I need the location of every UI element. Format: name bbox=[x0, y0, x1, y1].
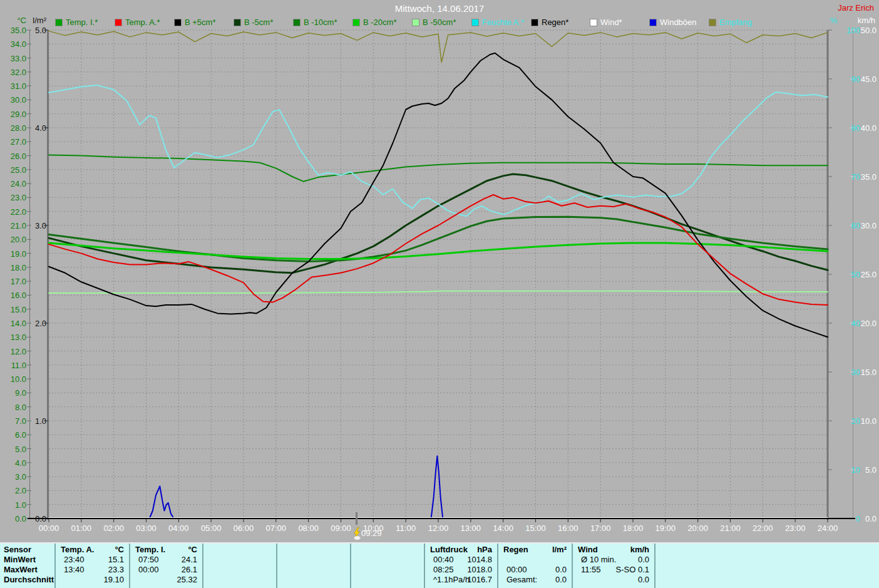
y-label-temp-6: 6.0 bbox=[1, 430, 26, 440]
y-label-temp-9: 9.0 bbox=[1, 388, 26, 398]
y-label-rain-4: 4.0 bbox=[28, 123, 46, 133]
table-separator bbox=[654, 544, 655, 588]
table-value-regen-2: 0.0 bbox=[503, 575, 567, 584]
table-value-temp_a-0: 15.1 bbox=[61, 555, 124, 564]
x-label-05:00: 05:00 bbox=[197, 524, 225, 533]
table-value-temp_i-1: 26.1 bbox=[135, 565, 197, 574]
y-label-wind-10: 10.0 bbox=[855, 416, 876, 426]
table-row-label-maxwert: MaxWert bbox=[4, 565, 38, 574]
y-label-wind-30: 30.0 bbox=[855, 221, 876, 230]
y-label-temp-22: 22.0 bbox=[1, 207, 26, 217]
table-value-temp_i-2: 25.32 bbox=[135, 575, 197, 584]
series-soil-minus50 bbox=[49, 291, 828, 293]
table-unit-regen: l/m² bbox=[503, 545, 567, 554]
y-label-temp-35: 35.0 bbox=[1, 26, 26, 35]
x-label-17:00: 17:00 bbox=[587, 524, 614, 533]
y-label-wind-0: 0.0 bbox=[855, 514, 876, 524]
y-label-temp-23: 23.0 bbox=[1, 193, 26, 202]
y-label-temp-25: 25.0 bbox=[1, 165, 26, 175]
table-value-temp_a-1: 23.3 bbox=[61, 565, 124, 574]
table-row-label-minwert: MinWert bbox=[4, 555, 36, 564]
table-value-wind-0: 0.0 bbox=[578, 555, 649, 564]
table-value-regen-1: 0.0 bbox=[503, 565, 567, 574]
x-label-14:00: 14:00 bbox=[490, 524, 517, 533]
y-label-temp-28: 28.0 bbox=[1, 123, 26, 133]
x-label-22:00: 22:00 bbox=[749, 524, 776, 533]
y-label-temp-27: 27.0 bbox=[1, 137, 26, 147]
table-separator bbox=[54, 544, 56, 588]
table-value-luftdruck-0: 1014.8 bbox=[430, 555, 492, 564]
y-label-wind-35: 35.0 bbox=[855, 172, 876, 182]
y-label-wind-20: 20.0 bbox=[855, 319, 876, 328]
x-label-18:00: 18:00 bbox=[619, 524, 647, 533]
table-separator bbox=[572, 544, 573, 588]
y-label-temp-17: 17.0 bbox=[1, 277, 26, 286]
y-label-temp-16: 16.0 bbox=[1, 291, 26, 300]
y-label-temp-10: 10.0 bbox=[1, 374, 26, 384]
x-label-24:00: 24:00 bbox=[814, 524, 841, 533]
y-label-temp-19: 19.0 bbox=[1, 249, 26, 259]
y-label-temp-11: 11.0 bbox=[1, 361, 26, 370]
y-label-temp-5: 5.0 bbox=[1, 445, 26, 454]
y-label-temp-30: 30.0 bbox=[1, 95, 26, 105]
table-separator bbox=[424, 544, 425, 588]
y-label-rain-1: 1.0 bbox=[28, 416, 46, 426]
summary-table: SensorMinWertMaxWertDurchschnittTemp. A.… bbox=[0, 544, 879, 588]
x-label-23:00: 23:00 bbox=[781, 524, 809, 533]
table-value-wind-1: S-SO 0.1 bbox=[578, 565, 649, 574]
series-soil-plus5 bbox=[49, 53, 828, 338]
table-value-temp_i-0: 24.1 bbox=[135, 555, 197, 564]
y-label-rain-3: 3.0 bbox=[28, 221, 46, 230]
y-label-wind-15: 15.0 bbox=[855, 368, 876, 377]
x-label-04:00: 04:00 bbox=[165, 524, 192, 533]
table-unit-temp_a: °C bbox=[61, 545, 124, 554]
table-unit-wind: km/h bbox=[578, 545, 649, 554]
y-label-wind-45: 45.0 bbox=[855, 75, 876, 84]
event-marker-time: 09:29 bbox=[361, 529, 382, 538]
x-label-02:00: 02:00 bbox=[100, 524, 128, 533]
y-label-temp-21: 21.0 bbox=[1, 221, 26, 230]
x-label-00:00: 00:00 bbox=[35, 524, 63, 533]
y-label-wind-40: 40.0 bbox=[855, 123, 876, 133]
y-label-temp-8: 8.0 bbox=[1, 403, 26, 412]
y-label-temp-4: 4.0 bbox=[1, 458, 26, 468]
x-label-19:00: 19:00 bbox=[652, 524, 679, 533]
y-label-temp-24: 24.0 bbox=[1, 179, 26, 188]
y-label-rain-2: 2.0 bbox=[28, 319, 46, 328]
y-label-rain-5: 5.0 bbox=[28, 26, 46, 35]
y-label-temp-29: 29.0 bbox=[1, 110, 26, 119]
y-label-temp-13: 13.0 bbox=[1, 333, 26, 342]
y-label-temp-31: 31.0 bbox=[1, 81, 26, 91]
x-label-01:00: 01:00 bbox=[68, 524, 95, 533]
x-label-03:00: 03:00 bbox=[133, 524, 160, 533]
table-unit-luftdruck: hPa bbox=[430, 545, 492, 554]
y-label-temp-15: 15.0 bbox=[1, 305, 26, 314]
y-label-temp-26: 26.0 bbox=[1, 152, 26, 161]
x-label-20:00: 20:00 bbox=[684, 524, 712, 533]
table-value-temp_a-2: 19.10 bbox=[61, 575, 124, 584]
x-label-08:00: 08:00 bbox=[295, 524, 322, 533]
y-label-temp-0: 0.0 bbox=[1, 514, 26, 524]
table-value-luftdruck-2: 1016.7 bbox=[430, 575, 492, 584]
y-label-rain-0: 0.0 bbox=[28, 514, 46, 524]
y-label-temp-33: 33.0 bbox=[1, 54, 26, 63]
chart-canvas bbox=[0, 0, 879, 544]
x-label-16:00: 16:00 bbox=[554, 524, 582, 533]
table-separator bbox=[129, 544, 130, 588]
y-label-wind-5: 5.0 bbox=[855, 465, 876, 475]
x-label-06:00: 06:00 bbox=[230, 524, 257, 533]
y-label-temp-7: 7.0 bbox=[1, 416, 26, 426]
weather-station-chart-window: Mittwoch, 14.06.2017 Jarz Erich °C l/m² … bbox=[0, 0, 879, 588]
y-label-temp-12: 12.0 bbox=[1, 347, 26, 356]
x-label-12:00: 12:00 bbox=[424, 524, 452, 533]
table-row-label-durchschnitt: Durchschnitt bbox=[4, 575, 54, 584]
y-label-temp-1: 1.0 bbox=[1, 500, 26, 510]
x-label-21:00: 21:00 bbox=[717, 524, 744, 533]
table-separator bbox=[350, 544, 351, 588]
x-label-15:00: 15:00 bbox=[522, 524, 550, 533]
table-unit-temp_i: °C bbox=[135, 545, 197, 554]
x-label-11:00: 11:00 bbox=[392, 524, 419, 533]
y-label-temp-18: 18.0 bbox=[1, 263, 26, 272]
table-row-label-sensor: Sensor bbox=[4, 545, 31, 554]
y-label-temp-14: 14.0 bbox=[1, 319, 26, 328]
